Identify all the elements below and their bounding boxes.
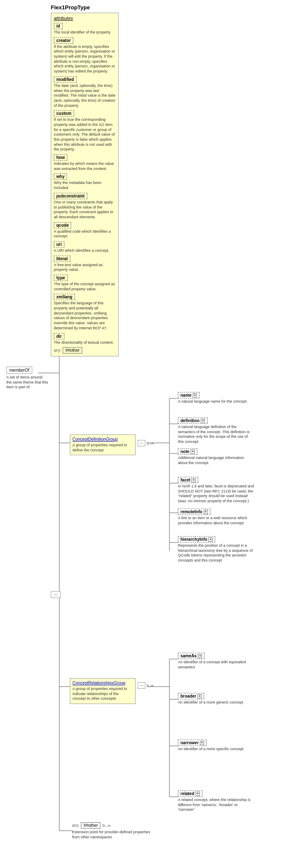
elem-name-wrapper: name + A natural language name for the c… [178, 392, 248, 404]
attributes-label: attributes [54, 16, 116, 21]
elem-note-desc: Additional natural language information … [178, 456, 254, 465]
elem-definition-desc: A natural language definition of the sem… [178, 425, 254, 445]
elem-note-box: note + [178, 448, 197, 455]
attr-id: id [54, 23, 63, 29]
elem-hierarchyinfo-wrapper: hierarchyInfo + Represents the position … [178, 536, 254, 563]
elem-narrower-wrapper: narrower + An identifier of a more speci… [178, 740, 244, 752]
attr-creator-desc: If the attribute is empty, specifies whi… [54, 45, 116, 74]
elem-sameas-desc: An identifier of a concept with equivale… [178, 660, 254, 670]
elem-sameas-box: sameAs + [178, 653, 205, 659]
attr-how: how [54, 154, 67, 161]
cdg-desc: A group of properties required to define… [72, 443, 133, 453]
concept-relationships-group-box: ConceptRelationshipsGroup A group of pro… [70, 678, 136, 704]
attr-why-desc: Why the metadata has been included. [54, 181, 116, 190]
elem-facet-plus: + [191, 478, 196, 482]
attr-modified: modified [54, 76, 77, 83]
memberof-desc: A set of Items around the same theme tha… [6, 375, 49, 390]
attr-literal: literal [54, 256, 70, 262]
elem-note-plus: + [191, 450, 195, 454]
attr-xmllang-desc: Specifies the language of this property … [54, 301, 116, 331]
elem-name-plus: + [193, 393, 197, 398]
elem-broader-box: broader + [178, 693, 204, 699]
attr-how-desc: Indicates by which means the value was e… [54, 161, 116, 171]
elem-hierarchyinfo-desc: Represents the position of a concept in … [178, 543, 254, 563]
attr-custom: custom [54, 110, 74, 117]
attr-qcode-desc: A qualified code which identifies a conc… [54, 229, 116, 239]
attr-dir-desc: The directionality of textual content. [54, 340, 116, 345]
elem-definition-wrapper: definition + A natural language definiti… [178, 417, 254, 445]
attr-pubconstraint-desc: One or many constraints that apply to pu… [54, 200, 116, 220]
cdg-label: ConceptDefinitionGroup [72, 437, 133, 442]
memberof-box: memberOf [6, 367, 32, 374]
elem-broader-wrapper: broader + An identifier of a more generi… [178, 693, 244, 705]
attr-why: why [54, 173, 67, 180]
elem-related-box: related + [178, 790, 202, 797]
attr-pubconstraint: pubconstraint [54, 193, 87, 199]
attr-uri-desc: A URI which identifies a concept. [54, 248, 116, 253]
attributes-box: attributes id The local identifier of th… [51, 13, 119, 356]
elem-remoteinfo-desc: A link to an item or a web resource whic… [178, 516, 254, 526]
elem-sameas-plus: + [198, 654, 202, 658]
attr-type: type [54, 275, 68, 281]
elem-broader-plus: + [197, 694, 202, 698]
attr-xmllang: xmllang [54, 294, 75, 300]
elem-remoteinfo-wrapper: remoteInfo + A link to an item or a web … [178, 509, 254, 526]
elem-facet-box: facet + [178, 477, 198, 483]
any-other-bottom-wrapper: any ##other 0...∞ Extension point for pr… [72, 822, 157, 840]
any-bottom-desc: Extension point for provider-defined pro… [72, 830, 157, 840]
elem-hierarchyinfo-box: hierarchyInfo + [178, 536, 215, 542]
elem-name-desc: A natural language name for the concept. [178, 399, 248, 404]
mid-seq-box: ··· [51, 591, 61, 598]
attr-qcode: qcode [54, 222, 71, 228]
memberof-wrapper: memberOf A set of Items around the same … [6, 367, 49, 390]
attr-id-desc: The local identifier of the property. [54, 30, 116, 35]
elem-related-desc: A related concept, where the relationshi… [178, 798, 254, 812]
any-bottom-label: any [72, 823, 79, 828]
elem-definition-box: definition + [178, 417, 208, 424]
attr-type-desc: The type of the concept assigned as cont… [54, 282, 116, 292]
crg-connector: ··· 0..∞ [138, 682, 154, 689]
cdg-range: 0..∞ [147, 441, 153, 445]
elem-hierarchyinfo-plus: + [208, 537, 213, 542]
elem-note-wrapper: note + Additional natural language infor… [178, 448, 254, 465]
crg-seq-box: ··· [138, 682, 145, 689]
crg-range: 0..∞ [147, 684, 153, 688]
elem-narrower-desc: An identifier of a more specific concept… [178, 747, 244, 752]
attr-literal-desc: A free-text value assigned as property v… [54, 263, 116, 273]
any-bottom-range: 0...∞ [103, 823, 111, 828]
attr-creator: creator [54, 37, 73, 44]
elem-remoteinfo-box: remoteInfo + [178, 509, 211, 515]
any-label: any [54, 348, 61, 353]
attr-modified-desc: The date (and, optionally, the time) whe… [54, 83, 116, 108]
concept-definition-group-box: ConceptDefinitionGroup A group of proper… [70, 434, 136, 455]
elem-broader-desc: An identifier of a more generic concept. [178, 700, 244, 705]
elem-facet-desc: In NAR 1.8 and later, facet is deprecate… [178, 484, 254, 504]
elem-related-wrapper: related + A related concept, where the r… [178, 790, 254, 812]
crg-desc: A group of properties required to indica… [72, 687, 133, 701]
elem-facet-wrapper: facet + In NAR 1.8 and later, facet is d… [178, 477, 254, 504]
elem-related-plus: + [196, 792, 200, 796]
elem-definition-plus: + [201, 419, 205, 423]
attr-uri: uri [54, 241, 64, 248]
any-hashtag-box: ##other [63, 347, 82, 353]
elem-sameas-wrapper: sameAs + An identifier of a concept with… [178, 653, 254, 670]
elem-narrower-box: narrower + [178, 740, 207, 746]
diagram-title: Flex1PropType [51, 4, 90, 11]
attr-dir: dir [54, 333, 64, 339]
cdg-seq-box: ··· [138, 440, 145, 446]
crg-label: ConceptRelationshipsGroup [72, 681, 133, 685]
attr-custom-desc: If set to true the corresponding propert… [54, 117, 116, 152]
any-bottom-value: ##other [81, 822, 100, 829]
elem-name-box: name + [178, 392, 200, 398]
elem-remoteinfo-plus: + [204, 510, 208, 514]
elem-narrower-plus: + [200, 741, 204, 745]
cdg-connector: ··· 0..∞ [138, 440, 154, 446]
